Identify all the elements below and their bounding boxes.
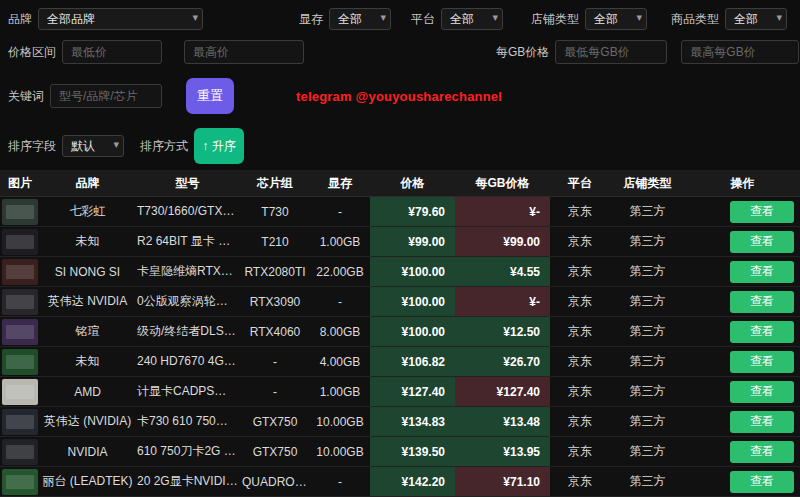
gpu-thumbnail [2, 379, 38, 405]
vram-select-value: 全部 [338, 11, 362, 28]
row-price: ¥134.83 [370, 407, 455, 436]
row-brand: 铭瑄 [40, 323, 135, 340]
sort-field-select[interactable]: 默认 ▾ [62, 135, 124, 157]
row-brand: NVIDIA [40, 445, 135, 459]
row-price: ¥106.82 [370, 347, 455, 376]
row-per-gb: ¥13.95 [455, 437, 550, 466]
reset-button[interactable]: 重置 [186, 78, 234, 114]
row-shop-type: 第三方 [610, 293, 685, 310]
row-per-gb: ¥127.40 [455, 377, 550, 406]
platform-select[interactable]: 全部 ▾ [441, 8, 503, 30]
row-brand: 丽台 (LEADTEK) [40, 473, 135, 490]
row-price: ¥99.00 [370, 227, 455, 256]
gpu-thumbnail [2, 469, 38, 495]
view-button[interactable]: 查看 [730, 411, 794, 433]
keyword-label: 关键词 [8, 88, 44, 105]
price-max-input[interactable] [184, 40, 304, 64]
row-per-gb: ¥4.55 [455, 257, 550, 286]
row-model: 610 750刀卡2G DDR3独 [135, 443, 240, 460]
view-button[interactable]: 查看 [730, 291, 794, 313]
row-model: 20 2G显卡NVIDIA图形显 [135, 473, 240, 490]
row-per-gb: ¥- [455, 197, 550, 226]
table-header: 图片品牌型号芯片组显存价格每GB价格平台店铺类型操作 [0, 170, 800, 197]
column-header-1: 品牌 [40, 175, 135, 192]
chevron-down-icon: ▾ [776, 11, 782, 24]
row-platform: 京东 [550, 473, 610, 490]
row-shop-type: 第三方 [610, 383, 685, 400]
table-row: 未知 240 HD7670 4G电脑游戏 - 4.00GB ¥106.82 ¥2… [0, 347, 800, 377]
row-shop-type: 第三方 [610, 203, 685, 220]
row-vram: - [310, 295, 370, 309]
view-button[interactable]: 查看 [730, 381, 794, 403]
row-vram: 10.00GB [310, 445, 370, 459]
row-chipset: RTX2080TI [240, 265, 310, 279]
per-gb-min-input[interactable] [555, 40, 667, 64]
table-row: 丽台 (LEADTEK) 20 2G显卡NVIDIA图形显 QUADROK600… [0, 467, 800, 497]
sort-ascending-button[interactable]: ↑ 升序 [194, 128, 244, 164]
price-min-input[interactable] [62, 40, 162, 64]
gpu-thumbnail [2, 319, 38, 345]
gpu-thumbnail [2, 229, 38, 255]
row-price: ¥100.00 [370, 257, 455, 286]
row-chipset: GTX750 [240, 445, 310, 459]
row-platform: 京东 [550, 203, 610, 220]
watermark-text: telegram @youyousharechannel [296, 89, 502, 104]
row-model: 计显卡CADPS平面绘图 [135, 383, 240, 400]
view-button[interactable]: 查看 [730, 321, 794, 343]
row-platform: 京东 [550, 263, 610, 280]
row-platform: 京东 [550, 293, 610, 310]
column-header-2: 型号 [135, 175, 240, 192]
table-row: 英伟达 (NVIDIA) 卡730 610 750刀卡2G独 GTX750 10… [0, 407, 800, 437]
view-button[interactable]: 查看 [730, 351, 794, 373]
row-price: ¥127.40 [370, 377, 455, 406]
row-brand: 英伟达 (NVIDIA) [40, 413, 135, 430]
per-gb-max-input[interactable] [681, 40, 799, 64]
row-model: 0公版观察涡轮显卡深度 [135, 293, 240, 310]
shop-type-select[interactable]: 全部 ▾ [585, 8, 647, 30]
row-chipset: RTX4060 [240, 325, 310, 339]
view-button[interactable]: 查看 [730, 471, 794, 493]
table-row: NVIDIA 610 750刀卡2G DDR3独 GTX750 10.00GB … [0, 437, 800, 467]
table-row: 七彩虹 T730/1660/GTX1060/独 T730 - ¥79.60 ¥-… [0, 197, 800, 227]
view-button[interactable]: 查看 [730, 441, 794, 463]
row-model: 级动/终结者DLSS 3 独显 [135, 323, 240, 340]
column-header-6: 每GB价格 [455, 175, 550, 192]
filter-row-price: 价格区间 每GB价格 [8, 40, 800, 64]
row-vram: 8.00GB [310, 325, 370, 339]
view-button[interactable]: 查看 [730, 231, 794, 253]
column-header-8: 店铺类型 [610, 175, 685, 192]
chevron-down-icon: ▾ [113, 138, 119, 151]
table-row: AMD 计显卡CADPS平面绘图 - 1.00GB ¥127.40 ¥127.4… [0, 377, 800, 407]
row-price: ¥79.60 [370, 197, 455, 226]
gpu-thumbnail [2, 439, 38, 465]
row-per-gb: ¥99.00 [455, 227, 550, 256]
price-range-label: 价格区间 [8, 44, 56, 61]
filter-row-keyword: 关键词 重置 telegram @youyousharechannel [8, 78, 800, 114]
brand-select[interactable]: 全部品牌 ▾ [38, 8, 203, 30]
view-button[interactable]: 查看 [730, 261, 794, 283]
gpu-thumbnail [2, 199, 38, 225]
filter-row-sort: 排序字段 默认 ▾ 排序方式 ↑ 升序 [8, 128, 800, 164]
row-chipset: QUADROK600 [240, 475, 310, 489]
gpu-thumbnail [2, 259, 38, 285]
row-model: 卡皇隐维熵RTX2080他好 [135, 263, 240, 280]
row-vram: 4.00GB [310, 355, 370, 369]
row-chipset: T730 [240, 205, 310, 219]
row-shop-type: 第三方 [610, 353, 685, 370]
row-shop-type: 第三方 [610, 443, 685, 460]
row-chipset: RTX3090 [240, 295, 310, 309]
row-per-gb: ¥71.10 [455, 467, 550, 496]
column-header-0: 图片 [0, 175, 40, 192]
product-type-label: 商品类型 [671, 11, 719, 28]
results-table: 图片品牌型号芯片组显存价格每GB价格平台店铺类型操作 七彩虹 T730/1660… [0, 170, 800, 497]
row-brand: 英伟达 NVIDIA [40, 293, 135, 310]
keyword-input[interactable] [50, 84, 162, 108]
brand-select-value: 全部品牌 [47, 11, 95, 28]
product-type-select[interactable]: 全部 ▾ [725, 8, 787, 30]
view-button[interactable]: 查看 [730, 201, 794, 223]
row-price: ¥139.50 [370, 437, 455, 466]
row-model: R2 64BIT 显卡 办公显卡 [135, 233, 240, 250]
row-shop-type: 第三方 [610, 263, 685, 280]
vram-select[interactable]: 全部 ▾ [329, 8, 391, 30]
gpu-thumbnail [2, 409, 38, 435]
